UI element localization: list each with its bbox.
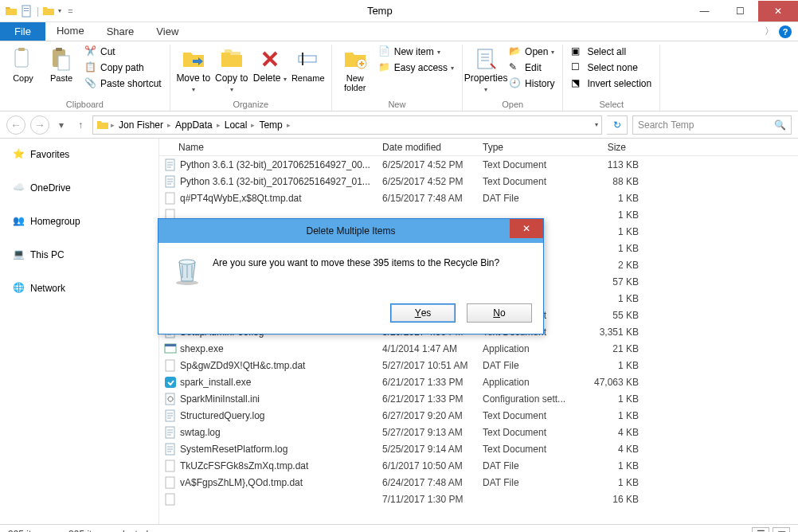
file-row[interactable]: SystemResetPlatform.log5/25/2017 9:14 AM… — [159, 440, 798, 457]
crumb-0[interactable]: Jon Fisher — [116, 119, 166, 131]
thumbnails-view-button[interactable]: ▦ — [773, 527, 790, 533]
rename-button[interactable]: Rename — [290, 45, 327, 83]
details-view-button[interactable]: ☰ — [752, 527, 769, 533]
file-type: Text Document — [483, 444, 578, 455]
file-row[interactable]: vA$FgpsZhLM},QOd.tmp.dat6/24/2017 7:48 A… — [159, 474, 798, 491]
up-button[interactable]: ↑ — [73, 119, 88, 131]
col-date[interactable]: Date modified — [382, 142, 483, 153]
new-item-button[interactable]: 📄New item ▾ — [375, 45, 457, 59]
breadcrumb-dropdown[interactable]: ▾ — [595, 121, 598, 128]
file-row[interactable]: SparkMiniInstall.ini6/21/2017 1:33 PMCon… — [159, 390, 798, 407]
file-tab[interactable]: File — [0, 22, 45, 41]
refresh-button[interactable]: ↻ — [607, 115, 628, 135]
file-date: 5/27/2017 10:51 AM — [382, 360, 483, 371]
share-tab[interactable]: Share — [96, 22, 146, 41]
search-input[interactable]: Search Temp 🔍 — [632, 115, 792, 135]
sidebar-network[interactable]: 🌐 Network — [13, 279, 158, 298]
col-name[interactable]: Name — [178, 142, 382, 153]
column-headers[interactable]: Name Date modified Type Size — [159, 139, 798, 156]
file-size: 113 KB — [578, 159, 639, 170]
sidebar-favorites[interactable]: ⭐ Favorites — [13, 145, 158, 164]
file-icon — [164, 359, 177, 372]
paste-shortcut-button[interactable]: 📎Paste shortcut — [81, 76, 165, 91]
copy-path-button[interactable]: 📋Copy path — [81, 61, 165, 75]
select-none-icon: ☐ — [571, 61, 584, 74]
back-button[interactable]: ← — [6, 115, 25, 135]
view-tab[interactable]: View — [145, 22, 190, 41]
file-row[interactable]: shexp.exe4/1/2014 1:47 AMApplication21 K… — [159, 340, 798, 357]
svg-rect-34 — [166, 494, 174, 505]
close-button[interactable]: ✕ — [758, 1, 798, 22]
file-row[interactable]: swtag.log5/27/2017 9:13 AMText Document4… — [159, 424, 798, 440]
yes-button[interactable]: Yes — [390, 303, 456, 323]
history-button[interactable]: 🕘History — [506, 76, 557, 91]
home-tab[interactable]: Home — [45, 22, 96, 41]
dialog-close-button[interactable]: ✕ — [510, 219, 543, 238]
collapse-ribbon-icon[interactable]: 〉 — [765, 25, 774, 38]
file-row[interactable]: Python 3.6.1 (32-bit)_20170625164927_00.… — [159, 156, 798, 173]
computer-icon: 💻 — [13, 248, 25, 261]
file-row[interactable]: q#PT4qWybE,x$8Qt.tmp.dat6/15/2017 7:48 A… — [159, 190, 798, 206]
status-count: 395 items — [8, 529, 49, 533]
folder-icon — [96, 119, 109, 131]
file-size: 21 KB — [578, 343, 639, 354]
svg-rect-8 — [299, 56, 316, 62]
select-all-button[interactable]: ▣Select all — [568, 45, 655, 59]
file-row[interactable]: spark_install.exe6/21/2017 1:33 PMApplic… — [159, 374, 798, 390]
properties-button[interactable]: Properties ▾ — [467, 45, 504, 94]
invert-icon: ⬔ — [571, 77, 584, 90]
invert-selection-button[interactable]: ⬔Invert selection — [568, 76, 655, 91]
file-type: Text Document — [483, 427, 578, 438]
easy-access-button[interactable]: 📁Easy access ▾ — [375, 61, 457, 75]
copy-button[interactable]: Copy — [5, 45, 41, 83]
sidebar-thispc[interactable]: 💻 This PC — [13, 245, 158, 264]
file-size: 4 KB — [578, 427, 639, 438]
select-none-button[interactable]: ☐Select none — [568, 61, 655, 75]
file-icon — [164, 342, 177, 355]
crumb-1[interactable]: AppData — [173, 119, 215, 131]
file-date: 6/27/2017 9:20 AM — [382, 410, 483, 421]
col-size[interactable]: Size — [578, 142, 642, 153]
forward-button[interactable]: → — [30, 115, 49, 135]
move-to-button[interactable]: Move to ▾ — [175, 45, 212, 94]
file-icon — [164, 192, 177, 205]
file-name: swtag.log — [180, 427, 382, 438]
select-all-icon: ▣ — [571, 45, 584, 58]
status-selected: 395 items selected — [68, 529, 148, 533]
minimize-button[interactable]: — — [687, 1, 722, 22]
new-folder-button[interactable]: New folder — [337, 45, 374, 92]
cut-button[interactable]: ✂️Cut — [81, 45, 165, 59]
new-folder-icon[interactable] — [42, 5, 55, 18]
delete-button[interactable]: Delete ▾ — [252, 45, 288, 84]
properties-icon[interactable] — [21, 5, 33, 18]
file-row[interactable]: 7/11/2017 1:30 PM16 KB — [159, 491, 798, 507]
crumb-2[interactable]: Local — [222, 119, 250, 131]
breadcrumb[interactable]: ▸ Jon Fisher▸ AppData▸ Local▸ Temp▸ ▾ — [92, 115, 602, 135]
copy-to-button[interactable]: Copy to ▾ — [213, 45, 250, 94]
file-size: 47,063 KB — [578, 377, 639, 388]
file-type: DAT File — [483, 477, 578, 488]
qat-dropdown-icon[interactable]: ▾ — [58, 7, 61, 14]
svg-rect-14 — [166, 193, 174, 204]
file-list[interactable]: Python 3.6.1 (32-bit)_20170625164927_00.… — [159, 156, 798, 524]
sidebar-onedrive[interactable]: ☁️ OneDrive — [13, 178, 158, 198]
svg-rect-11 — [478, 49, 492, 68]
help-icon[interactable]: ? — [779, 25, 792, 38]
file-size: 55 KB — [578, 310, 639, 321]
edit-button[interactable]: ✎Edit — [506, 61, 557, 75]
file-date: 5/25/2017 9:14 AM — [382, 444, 483, 455]
crumb-3[interactable]: Temp — [256, 119, 284, 131]
file-row[interactable]: Sp&gwZDd9X!QtH&c.tmp.dat5/27/2017 10:51 … — [159, 357, 798, 374]
maximize-button[interactable]: ☐ — [722, 1, 758, 22]
no-button[interactable]: No — [467, 303, 532, 323]
col-type[interactable]: Type — [483, 142, 578, 153]
open-button[interactable]: 📂Open ▾ — [506, 45, 557, 59]
recent-locations-button[interactable]: ▾ — [54, 119, 68, 131]
sidebar-homegroup[interactable]: 👥 Homegroup — [13, 212, 158, 231]
file-row[interactable]: Python 3.6.1 (32-bit)_20170625164927_01.… — [159, 173, 798, 190]
svg-rect-2 — [24, 10, 29, 11]
file-row[interactable]: StructuredQuery.log6/27/2017 9:20 AMText… — [159, 407, 798, 424]
file-row[interactable]: TkUZcFSFGk8sZmXq.tmp.dat6/1/2017 10:50 A… — [159, 457, 798, 474]
paste-button[interactable]: Paste — [43, 45, 80, 83]
folder-icon — [5, 5, 18, 18]
